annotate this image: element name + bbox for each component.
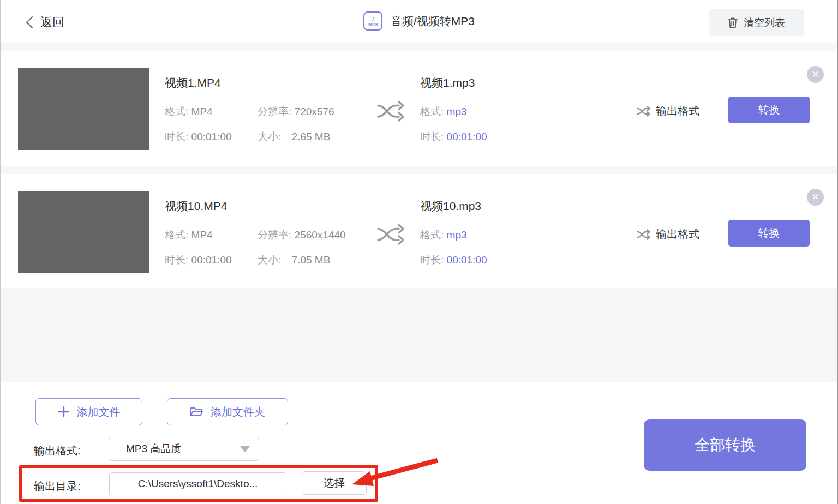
output-directory-input[interactable]: C:\Users\yssoft1\Deskto... (109, 472, 286, 495)
shuffle-arrows-icon (376, 100, 405, 123)
source-format-label: 格式: (165, 106, 188, 117)
folder-icon (190, 406, 203, 418)
output-format-button-label: 输出格式 (656, 104, 699, 118)
source-size-value: 7.05 MB (292, 254, 331, 266)
source-duration-value: 00:01:00 (191, 131, 232, 142)
output-duration-label: 时长: (420, 254, 444, 266)
chevron-left-icon (25, 15, 34, 29)
source-resolution-label: 分辨率: (258, 229, 291, 241)
output-format-button[interactable]: 输出格式 (637, 227, 699, 242)
plus-icon (58, 406, 70, 418)
output-duration-value: 00:01:00 (447, 131, 487, 142)
output-directory-field-label: 输出目录: (34, 479, 81, 494)
convert-all-button[interactable]: 全部转换 (644, 419, 806, 471)
output-duration-label: 时长: (420, 131, 444, 142)
shuffle-small-icon (637, 229, 651, 240)
remove-file-button[interactable]: ✕ (807, 189, 824, 206)
file-row: 视频10.MP4 格式: MP4 分辨率: 2560x1440 时长: 00:0… (1, 174, 837, 288)
output-format-selected-value: MP3 高品质 (126, 442, 240, 456)
header-bar: 返回 ♪ MP3 音频/视频转MP3 清空列表 (1, 0, 837, 43)
remove-file-button[interactable]: ✕ (807, 66, 824, 83)
output-format-label: 格式: (420, 229, 444, 241)
output-format-value: mp3 (447, 229, 467, 241)
source-file-name: 视频1.MP4 (165, 75, 221, 91)
output-format-button[interactable]: 输出格式 (637, 104, 699, 118)
mp3-badge-icon: ♪ MP3 (363, 11, 382, 31)
output-duration-value: 00:01:00 (447, 254, 487, 266)
output-format-select[interactable]: MP3 高品质 (109, 437, 259, 461)
convert-button[interactable]: 转换 (728, 97, 810, 123)
add-file-label: 添加文件 (77, 405, 121, 419)
source-size-value: 2.65 MB (292, 131, 331, 142)
output-format-label: 格式: (420, 106, 444, 117)
source-format-label: 格式: (165, 229, 188, 241)
trash-icon (727, 16, 738, 29)
source-duration-label: 时长: (165, 131, 188, 142)
output-file-name: 视频10.mp3 (420, 199, 481, 214)
footer-panel: 添加文件 添加文件夹 输出格式: MP3 高品质 输出目录: C:\Users\… (1, 382, 837, 504)
converter-app-window: 返回 ♪ MP3 音频/视频转MP3 清空列表 视频1.MP4 格式: MP4 … (0, 0, 838, 504)
page-title: 音频/视频转MP3 (391, 14, 475, 29)
video-thumbnail (18, 191, 149, 273)
source-size-label: 大小: (258, 131, 281, 142)
convert-button[interactable]: 转换 (728, 220, 810, 247)
source-format-value: MP4 (191, 229, 213, 241)
output-format-value: mp3 (447, 106, 467, 117)
close-icon: ✕ (811, 191, 819, 203)
caret-down-icon (240, 446, 250, 452)
page-title-group: ♪ MP3 音频/视频转MP3 (363, 11, 475, 31)
source-size-label: 大小: (258, 254, 281, 266)
add-folder-label: 添加文件夹 (211, 405, 265, 419)
source-duration-label: 时长: (165, 254, 188, 266)
shuffle-small-icon (637, 106, 651, 117)
choose-directory-button[interactable]: 选择 (302, 471, 367, 495)
add-folder-button[interactable]: 添加文件夹 (167, 398, 288, 425)
source-resolution-value: 720x576 (295, 106, 334, 117)
clear-list-button[interactable]: 清空列表 (709, 9, 804, 36)
file-row: 视频1.MP4 格式: MP4 分辨率: 720x576 时长: 00:01:0… (1, 51, 837, 166)
output-format-button-label: 输出格式 (656, 227, 699, 242)
close-icon: ✕ (811, 69, 819, 80)
output-format-field-label: 输出格式: (34, 443, 81, 458)
output-file-name: 视频1.mp3 (420, 75, 475, 91)
shuffle-arrows-icon (376, 223, 405, 246)
source-format-value: MP4 (191, 106, 213, 117)
add-file-button[interactable]: 添加文件 (35, 398, 142, 425)
clear-list-label: 清空列表 (744, 16, 785, 30)
back-button[interactable]: 返回 (25, 14, 64, 31)
video-thumbnail (18, 68, 149, 150)
source-duration-value: 00:01:00 (191, 254, 232, 266)
source-resolution-label: 分辨率: (258, 106, 291, 117)
source-file-name: 视频10.MP4 (165, 199, 227, 214)
back-label: 返回 (40, 14, 64, 31)
source-resolution-value: 2560x1440 (295, 229, 346, 241)
